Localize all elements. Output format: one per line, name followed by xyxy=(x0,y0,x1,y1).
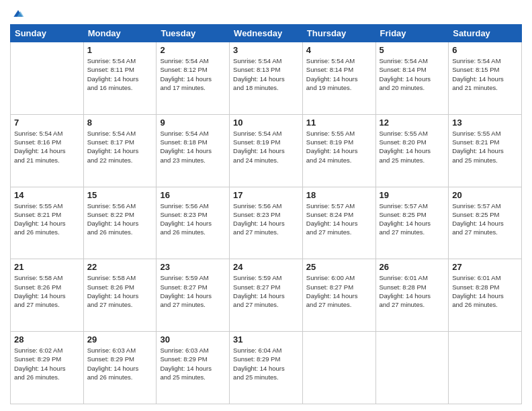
daylight-text-cont: and 27 minutes. xyxy=(233,301,279,308)
calendar-cell: 16Sunrise: 5:56 AMSunset: 8:23 PMDayligh… xyxy=(157,187,230,259)
sunrise-text: Sunrise: 5:56 AM xyxy=(87,202,136,210)
calendar-cell: 13Sunrise: 5:55 AMSunset: 8:21 PMDayligh… xyxy=(449,114,522,187)
calendar-cell: 6Sunrise: 5:54 AMSunset: 8:15 PMDaylight… xyxy=(449,42,522,115)
sunset-text: Sunset: 8:29 PM xyxy=(87,355,134,363)
daylight-text: Daylight: 14 hours xyxy=(233,220,285,227)
sunrise-text: Sunrise: 5:54 AM xyxy=(380,57,428,64)
sunrise-text: Sunrise: 5:55 AM xyxy=(380,130,428,137)
calendar-cell: 27Sunrise: 6:01 AMSunset: 8:28 PMDayligh… xyxy=(449,259,522,332)
daylight-text-cont: and 20 minutes. xyxy=(380,84,425,91)
daylight-text-cont: and 25 minutes. xyxy=(160,373,206,381)
day-number: 19 xyxy=(380,190,445,200)
daylight-text-cont: and 17 minutes. xyxy=(160,84,206,91)
calendar-cell: 8Sunrise: 5:54 AMSunset: 8:17 PMDaylight… xyxy=(83,114,157,187)
day-info: Sunrise: 6:03 AMSunset: 8:29 PMDaylight:… xyxy=(160,346,226,381)
daylight-text-cont: and 27 minutes. xyxy=(233,228,279,236)
sunrise-text: Sunrise: 5:58 AM xyxy=(87,274,136,281)
sunrise-text: Sunrise: 6:02 AM xyxy=(14,347,62,354)
daylight-text: Daylight: 14 hours xyxy=(14,220,66,227)
day-number: 3 xyxy=(233,45,299,55)
week-row-3: 14Sunrise: 5:55 AMSunset: 8:21 PMDayligh… xyxy=(11,187,522,259)
daylight-text-cont: and 26 minutes. xyxy=(87,373,133,381)
week-row-1: 1Sunrise: 5:54 AMSunset: 8:11 PMDaylight… xyxy=(11,42,522,115)
daylight-text-cont: and 24 minutes. xyxy=(306,156,352,164)
sunrise-text: Sunrise: 5:55 AM xyxy=(306,130,355,137)
calendar-cell: 29Sunrise: 6:03 AMSunset: 8:29 PMDayligh… xyxy=(83,332,157,404)
day-info: Sunrise: 5:56 AMSunset: 8:23 PMDaylight:… xyxy=(160,201,226,237)
sunrise-text: Sunrise: 5:54 AM xyxy=(87,57,136,64)
sunrise-text: Sunrise: 5:54 AM xyxy=(452,57,500,64)
sunrise-text: Sunrise: 6:03 AM xyxy=(160,347,208,354)
day-info: Sunrise: 6:04 AMSunset: 8:29 PMDaylight:… xyxy=(233,346,299,381)
sunset-text: Sunset: 8:29 PM xyxy=(160,355,207,363)
day-info: Sunrise: 5:59 AMSunset: 8:27 PMDaylight:… xyxy=(160,273,226,309)
calendar-cell: 11Sunrise: 5:55 AMSunset: 8:19 PMDayligh… xyxy=(302,114,375,187)
day-info: Sunrise: 5:54 AMSunset: 8:13 PMDaylight:… xyxy=(233,56,299,92)
day-number: 8 xyxy=(87,118,153,128)
week-row-5: 28Sunrise: 6:02 AMSunset: 8:29 PMDayligh… xyxy=(11,332,522,404)
sunset-text: Sunset: 8:29 PM xyxy=(233,355,280,363)
sunset-text: Sunset: 8:24 PM xyxy=(306,211,353,218)
calendar-cell: 15Sunrise: 5:56 AMSunset: 8:22 PMDayligh… xyxy=(83,187,157,259)
daylight-text: Daylight: 14 hours xyxy=(87,292,139,300)
daylight-text: Daylight: 14 hours xyxy=(452,292,504,300)
header xyxy=(10,7,522,20)
calendar-cell: 4Sunrise: 5:54 AMSunset: 8:14 PMDaylight… xyxy=(302,42,375,115)
daylight-text-cont: and 21 minutes. xyxy=(14,156,60,164)
calendar-cell xyxy=(449,332,522,404)
sunrise-text: Sunrise: 5:57 AM xyxy=(452,202,500,210)
calendar-cell: 18Sunrise: 5:57 AMSunset: 8:24 PMDayligh… xyxy=(302,187,375,259)
day-info: Sunrise: 5:55 AMSunset: 8:19 PMDaylight:… xyxy=(306,129,372,165)
sunrise-text: Sunrise: 5:55 AM xyxy=(452,130,500,137)
day-info: Sunrise: 6:01 AMSunset: 8:28 PMDaylight:… xyxy=(380,273,445,309)
day-info: Sunrise: 6:00 AMSunset: 8:27 PMDaylight:… xyxy=(306,273,372,309)
calendar-cell: 1Sunrise: 5:54 AMSunset: 8:11 PMDaylight… xyxy=(83,42,157,115)
sunrise-text: Sunrise: 5:56 AM xyxy=(233,202,281,210)
day-number: 21 xyxy=(14,262,80,272)
daylight-text-cont: and 23 minutes. xyxy=(160,156,206,164)
day-info: Sunrise: 5:56 AMSunset: 8:22 PMDaylight:… xyxy=(87,201,153,237)
day-info: Sunrise: 5:54 AMSunset: 8:18 PMDaylight:… xyxy=(160,129,226,165)
calendar-header-wednesday: Wednesday xyxy=(230,25,303,42)
daylight-text-cont: and 26 minutes. xyxy=(14,228,60,236)
sunset-text: Sunset: 8:16 PM xyxy=(14,138,61,146)
sunrise-text: Sunrise: 5:55 AM xyxy=(14,202,62,210)
sunrise-text: Sunrise: 6:00 AM xyxy=(306,274,355,281)
day-number: 25 xyxy=(306,262,372,272)
day-number: 11 xyxy=(306,118,372,128)
sunrise-text: Sunrise: 5:54 AM xyxy=(306,57,355,64)
daylight-text-cont: and 27 minutes. xyxy=(306,228,352,236)
day-number: 30 xyxy=(160,334,226,345)
sunset-text: Sunset: 8:28 PM xyxy=(380,283,427,291)
daylight-text-cont: and 18 minutes. xyxy=(233,84,279,91)
calendar-cell: 14Sunrise: 5:55 AMSunset: 8:21 PMDayligh… xyxy=(11,187,84,259)
calendar-cell: 3Sunrise: 5:54 AMSunset: 8:13 PMDaylight… xyxy=(230,42,303,115)
sunrise-text: Sunrise: 6:01 AM xyxy=(452,274,500,281)
day-info: Sunrise: 5:57 AMSunset: 8:25 PMDaylight:… xyxy=(380,201,445,237)
sunrise-text: Sunrise: 5:58 AM xyxy=(14,274,62,281)
logo-icon xyxy=(11,7,25,20)
calendar-cell: 20Sunrise: 5:57 AMSunset: 8:25 PMDayligh… xyxy=(449,187,522,259)
day-number: 16 xyxy=(160,190,226,200)
calendar-cell: 28Sunrise: 6:02 AMSunset: 8:29 PMDayligh… xyxy=(11,332,84,404)
day-number: 18 xyxy=(306,190,372,200)
sunset-text: Sunset: 8:23 PM xyxy=(160,211,207,218)
day-info: Sunrise: 5:59 AMSunset: 8:27 PMDaylight:… xyxy=(233,273,299,309)
daylight-text: Daylight: 14 hours xyxy=(233,292,285,300)
sunrise-text: Sunrise: 5:54 AM xyxy=(160,57,208,64)
calendar-cell: 12Sunrise: 5:55 AMSunset: 8:20 PMDayligh… xyxy=(375,114,449,187)
day-number: 12 xyxy=(380,118,445,128)
sunset-text: Sunset: 8:27 PM xyxy=(160,283,207,291)
day-number: 13 xyxy=(452,118,518,128)
sunset-text: Sunset: 8:19 PM xyxy=(233,138,280,146)
day-info: Sunrise: 6:03 AMSunset: 8:29 PMDaylight:… xyxy=(87,346,153,381)
daylight-text: Daylight: 14 hours xyxy=(87,365,139,372)
daylight-text: Daylight: 14 hours xyxy=(87,75,139,83)
calendar-cell: 17Sunrise: 5:56 AMSunset: 8:23 PMDayligh… xyxy=(230,187,303,259)
sunrise-text: Sunrise: 5:57 AM xyxy=(380,202,428,210)
week-row-2: 7Sunrise: 5:54 AMSunset: 8:16 PMDaylight… xyxy=(11,114,522,187)
calendar-cell xyxy=(302,332,375,404)
daylight-text-cont: and 27 minutes. xyxy=(380,301,425,308)
calendar-table: SundayMondayTuesdayWednesdayThursdayFrid… xyxy=(10,24,522,404)
daylight-text: Daylight: 14 hours xyxy=(306,147,358,154)
